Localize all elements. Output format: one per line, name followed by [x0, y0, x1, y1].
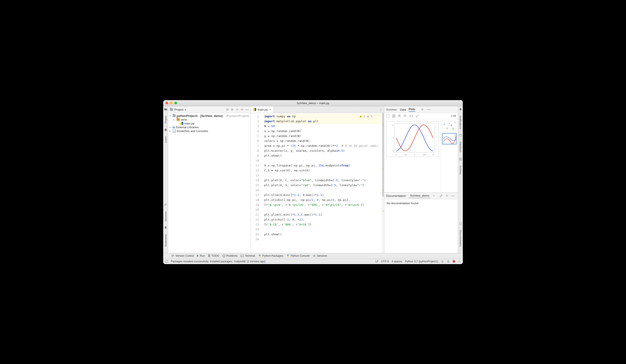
expand-all-icon[interactable] [231, 108, 234, 111]
sciview-header: SciView: Data Plots — [384, 106, 458, 113]
tab-more-icon[interactable]: ⋮ [378, 106, 384, 113]
svg-point-31 [448, 261, 448, 261]
tool-structure[interactable]: Structure [164, 211, 167, 222]
fit-icon[interactable] [386, 114, 390, 118]
status-indent[interactable]: 4 spaces [391, 260, 402, 263]
titlebar: SciView_demo – main.py [163, 100, 463, 106]
tool-learn[interactable]: Learn [164, 135, 167, 144]
svg-text:+π: +π [432, 154, 434, 155]
editor-scrollbar[interactable] [382, 113, 384, 253]
close-icon[interactable]: ✕ [454, 134, 456, 136]
documentation-project[interactable]: SciView_demo [409, 193, 430, 198]
sciview-toolbar: 1:1 2 kB [384, 113, 458, 119]
bell-icon [459, 108, 462, 111]
right-tool-strip: Notifications Database SciView Documenta… [458, 106, 463, 253]
tool-database[interactable]: Database [459, 141, 462, 153]
tool-documentation[interactable]: Documentation [459, 229, 462, 248]
gear-icon[interactable] [421, 108, 424, 111]
grid-icon[interactable] [392, 114, 395, 118]
folder-icon [164, 108, 167, 111]
close-window-button[interactable] [165, 102, 168, 104]
edit-icon[interactable] [439, 194, 443, 198]
project-root[interactable]: ▾ pythonProject1 [SciView_demo] ~/Pychar… [168, 114, 251, 118]
minimize-window-button[interactable] [170, 102, 173, 104]
warning-icon [359, 115, 362, 117]
hide-icon[interactable]: — [451, 194, 455, 198]
status-line-separator[interactable]: LF [375, 260, 379, 263]
status-message: Packages installed successfully: Install… [171, 260, 373, 263]
learn-icon [164, 128, 167, 131]
documentation-body: No documentation found. [384, 199, 458, 253]
tool-sciview[interactable]: SciView [459, 165, 462, 175]
plot-thumbnail-1[interactable]: ✕ [442, 121, 457, 132]
svg-text:+1: +1 [392, 124, 393, 126]
sciview-tab-data[interactable]: Data [400, 108, 406, 111]
tool-run[interactable]: Run [197, 254, 205, 257]
external-libraries[interactable]: ▸ External Libraries [168, 125, 251, 129]
problems-icon [223, 255, 225, 257]
editor-inspection-status[interactable]: 2 5 ˄˅ [359, 114, 379, 119]
editor-area: main.py ✕ ⋮ 1234567891011121314151617181… [251, 106, 384, 253]
sciview-tab-plots[interactable]: Plots [409, 108, 415, 112]
svg-point-21 [460, 134, 462, 135]
tool-bookmarks[interactable]: Bookmarks [164, 233, 167, 247]
plot-thumbnails: ✕ ✕ [440, 119, 458, 192]
inspector-icon[interactable] [447, 260, 450, 263]
edit-icon[interactable] [415, 114, 419, 118]
code-editor[interactable]: 1234567891011121314151617181920212223242… [251, 113, 384, 253]
svg-rect-29 [442, 261, 443, 262]
lock-icon[interactable] [441, 260, 444, 263]
svg-point-33 [459, 261, 460, 262]
tool-python-console[interactable]: Python Console [286, 254, 310, 257]
close-icon[interactable]: ✕ [454, 121, 456, 124]
documentation-label: Documentation: [386, 194, 406, 198]
svg-text:-1: -1 [392, 150, 393, 152]
svg-point-25 [173, 255, 174, 256]
tool-services[interactable]: Services [313, 254, 327, 257]
code-content[interactable]: import numpy as npimport matplotlib.pypl… [262, 113, 382, 253]
locate-icon[interactable] [226, 108, 229, 111]
status-bar: Packages installed successfully: Install… [163, 259, 463, 264]
hide-icon[interactable]: — [427, 108, 430, 111]
doc-icon [459, 222, 462, 225]
python-file-icon [253, 108, 256, 111]
svg-point-23 [172, 255, 173, 256]
zoom-in-icon[interactable] [398, 114, 401, 118]
collapse-all-icon[interactable] [235, 108, 239, 111]
tool-notifications[interactable]: Notifications [459, 115, 462, 130]
svg-point-18 [452, 128, 455, 130]
plot-size: 2 kB [451, 114, 456, 117]
status-encoding[interactable]: UTF-8 [381, 260, 389, 263]
tool-problems[interactable]: Problems [223, 254, 238, 257]
maximize-window-button[interactable] [174, 102, 177, 104]
scratches-consoles[interactable]: ▸ Scratches and Consoles [168, 129, 251, 133]
close-tab-icon[interactable]: ✕ [269, 108, 271, 111]
zoom-out-icon[interactable] [403, 114, 407, 118]
settings-gear-icon[interactable] [458, 260, 461, 263]
weak-warning-icon [367, 115, 369, 117]
gear-icon[interactable] [445, 194, 449, 198]
documentation-pane: Documentation: SciView_demo ✕ — No docum… [384, 192, 458, 253]
project-pane-title[interactable]: Project [174, 108, 183, 111]
sciview-tool-window: SciView: Data Plots — 1:1 2 kB -10+1-π-π… [384, 106, 458, 253]
venv-folder[interactable]: ▸ venv [168, 118, 251, 122]
tool-python-packages[interactable]: Python Packages [258, 254, 283, 257]
status-interpreter[interactable]: Python 3.7 (pythonProject1) [405, 260, 438, 263]
svg-point-1 [227, 109, 228, 110]
tool-todo[interactable]: ☰TODO [208, 254, 219, 257]
plot-preview[interactable]: -10+1-π-π/20+π/2+π [384, 119, 440, 192]
statusbar-toggle-icon[interactable] [165, 260, 168, 263]
tool-project[interactable]: Project [164, 115, 167, 124]
plot-thumbnail-2[interactable]: ✕ [442, 133, 457, 144]
error-indicator-icon[interactable] [453, 260, 455, 263]
database-icon [459, 134, 462, 137]
tool-version-control[interactable]: Version Control [171, 254, 194, 257]
zoom-ratio[interactable]: 1:1 [409, 114, 413, 117]
svg-point-32 [448, 261, 449, 261]
tool-terminal[interactable]: Terminal [240, 254, 255, 257]
file-main-py[interactable]: main.py [168, 122, 251, 125]
hide-icon[interactable]: — [245, 108, 249, 111]
gear-icon[interactable] [240, 108, 244, 111]
svg-text:-π/2: -π/2 [404, 154, 407, 155]
editor-tab-main[interactable]: main.py ✕ [251, 106, 274, 113]
